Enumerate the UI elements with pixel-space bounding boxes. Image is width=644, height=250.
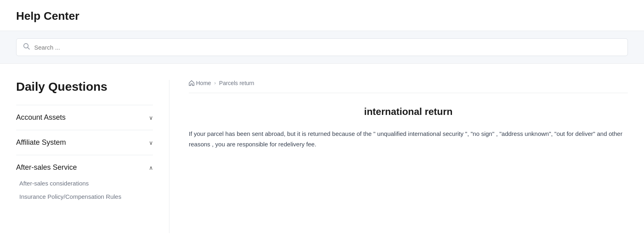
home-icon <box>189 80 194 86</box>
content-area: Home › Parcels return international retu… <box>169 80 628 233</box>
article-title: international return <box>189 106 628 117</box>
sidebar-sub-item-after-sales-considerations[interactable]: After-sales considerations <box>19 177 153 190</box>
sidebar-item-after-sales-service-header[interactable]: After-sales Service ∧ <box>16 163 153 172</box>
sidebar-item-affiliate-system-label: Affiliate System <box>16 138 66 147</box>
search-bar-container <box>16 38 628 56</box>
search-wrapper <box>0 31 644 64</box>
sidebar-item-after-sales-service: After-sales Service ∧ After-sales consid… <box>16 155 153 211</box>
article: international return If your parcel has … <box>189 106 628 149</box>
breadcrumb-home-link[interactable]: Home <box>189 80 211 86</box>
sidebar-item-account-assets-label: Account Assets <box>16 113 66 122</box>
sidebar: Daily Questions Account Assets ∨ Affilia… <box>16 80 169 233</box>
sidebar-item-after-sales-service-label: After-sales Service <box>16 163 77 172</box>
sidebar-item-affiliate-system-header[interactable]: Affiliate System ∨ <box>16 138 153 147</box>
search-icon <box>23 43 30 52</box>
after-sales-sub-items: After-sales considerations Insurance Pol… <box>16 177 153 203</box>
svg-line-1 <box>28 48 29 49</box>
breadcrumb: Home › Parcels return <box>189 80 628 93</box>
breadcrumb-home-label: Home <box>196 80 211 86</box>
search-input[interactable] <box>34 44 621 51</box>
chevron-down-icon-affiliate-system: ∨ <box>149 140 153 146</box>
article-body: If your parcel has been sent abroad, but… <box>189 129 628 149</box>
chevron-down-icon-account-assets: ∨ <box>149 115 153 121</box>
breadcrumb-current: Parcels return <box>219 80 254 86</box>
main-content: Daily Questions Account Assets ∨ Affilia… <box>0 64 644 233</box>
header: Help Center <box>0 0 644 23</box>
chevron-up-icon-after-sales-service: ∧ <box>149 165 153 171</box>
sidebar-title: Daily Questions <box>16 80 153 94</box>
breadcrumb-separator: › <box>214 80 216 86</box>
sidebar-item-account-assets-header[interactable]: Account Assets ∨ <box>16 113 153 122</box>
sidebar-item-affiliate-system: Affiliate System ∨ <box>16 130 153 155</box>
page-title: Help Center <box>16 10 628 23</box>
sidebar-sub-item-insurance-policy[interactable]: Insurance Policy/Compensation Rules <box>19 190 153 203</box>
sidebar-item-account-assets: Account Assets ∨ <box>16 105 153 130</box>
